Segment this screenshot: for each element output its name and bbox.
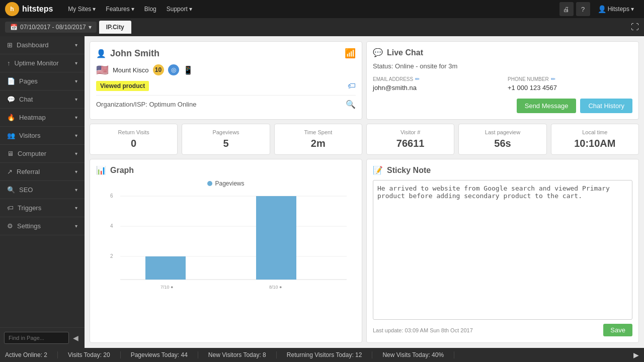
email-field: EMAIL ADDRESS ✏ john@smith.na xyxy=(373,76,498,92)
sidebar-item-settings[interactable]: ⚙Settings ▾ xyxy=(0,217,85,235)
chevron-down-icon: ▾ xyxy=(189,6,192,13)
sticky-icon: 📝 xyxy=(373,165,383,175)
ip-city-tab[interactable]: IP.City xyxy=(99,21,131,34)
pages-icon: 📄 xyxy=(7,77,15,85)
user-menu[interactable]: 👤 Hitsteps ▾ xyxy=(593,0,639,18)
pageviews-today-status: Pageviews Today: 44 xyxy=(121,351,198,358)
computer-icon: 🖥 xyxy=(7,150,14,157)
bar-1 xyxy=(145,256,186,280)
uptime-icon: ↑ xyxy=(7,59,11,67)
tag-icon: 🏷 xyxy=(348,81,356,90)
date-range-selector[interactable]: 📅 07/10/2017 - 08/10/2017 ▾ xyxy=(5,22,97,33)
sidebar-bottom: ◀ xyxy=(0,327,85,348)
print-button[interactable]: 🖨 xyxy=(559,2,574,16)
sidebar-item-seo[interactable]: 🔍SEO ▾ xyxy=(0,181,85,199)
time-spent-label: Time Spent xyxy=(280,129,357,135)
sidebar-collapse-button[interactable]: ◀ xyxy=(71,332,80,344)
main-wrapper: ⊞Dashboard ▾ ↑Uptime Monitor ▾ 📄Pages ▾ … xyxy=(0,36,644,348)
visitor-num-label: Visitor # xyxy=(372,129,449,135)
blog-link[interactable]: Blog xyxy=(139,0,162,18)
email-label: EMAIL ADDRESS ✏ xyxy=(373,76,498,82)
chevron-right-icon: ▾ xyxy=(75,115,77,120)
visits-today-status: Visits Today: 20 xyxy=(58,351,121,358)
x-label-2: 8/10 ● xyxy=(269,285,282,290)
contact-info-row: EMAIL ADDRESS ✏ john@smith.na PHONE NUMB… xyxy=(373,76,632,92)
sidebar-item-dashboard[interactable]: ⊞Dashboard ▾ xyxy=(0,36,85,54)
visitor-card: 👤 John Smith 📶 🇺🇸 Mount Kisco 10 ◎ 📱 Vie… xyxy=(90,41,362,120)
chevron-right-icon: ▾ xyxy=(75,151,77,156)
nav-right: 🖨 ? 👤 Hitsteps ▾ xyxy=(559,0,639,18)
pageviews-value: 5 xyxy=(187,138,264,149)
chevron-right-icon: ▾ xyxy=(75,78,77,84)
viewed-product-row: Viewed product 🏷 xyxy=(96,81,356,91)
city-label: Mount Kisco xyxy=(113,66,149,74)
main-content: 👤 John Smith 📶 🇺🇸 Mount Kisco 10 ◎ 📱 Vie… xyxy=(85,36,644,348)
phone-label: PHONE NUMBER ✏ xyxy=(508,76,632,82)
stat-pageviews: Pageviews 5 xyxy=(182,124,270,155)
dashboard-icon: ⊞ xyxy=(7,41,13,49)
visitor-name: 👤 John Smith xyxy=(96,48,159,59)
y-label-6: 6 xyxy=(110,193,113,199)
local-time-label: Local time xyxy=(556,129,633,135)
flag-icon: 🇺🇸 xyxy=(96,64,109,76)
new-visitors-status: New Visitors Today: 8 xyxy=(198,351,277,358)
graph-title: 📊 Graph xyxy=(96,165,356,175)
email-value: john@smith.na xyxy=(373,84,498,92)
logo-text: hitsteps xyxy=(22,5,53,14)
bar-2 xyxy=(256,196,296,280)
features-menu[interactable]: Features ▾ xyxy=(101,0,139,18)
sidebar-item-uptime-monitor[interactable]: ↑Uptime Monitor ▾ xyxy=(0,54,85,72)
sticky-textarea[interactable]: He arrived to website from Google search… xyxy=(373,180,632,320)
search-icon[interactable]: 🔍 xyxy=(346,100,356,109)
graph-icon: 📊 xyxy=(96,165,106,175)
seo-icon: 🔍 xyxy=(7,186,15,194)
sidebar-item-computer[interactable]: 🖥Computer ▾ xyxy=(0,145,85,163)
triggers-icon: 🏷 xyxy=(7,204,14,212)
stat-return-visits: Return Visits 0 xyxy=(90,124,178,155)
scroll-right-button[interactable]: ▶ xyxy=(633,351,639,359)
save-button[interactable]: Save xyxy=(603,324,632,336)
sticky-last-update: Last update: 03:09 AM Sun 8th Oct 2017 xyxy=(373,327,473,333)
pageviews-label: Pageviews xyxy=(187,129,264,135)
find-in-page-input[interactable] xyxy=(4,332,69,344)
livechat-card: 💬 Live Chat Status: Online - onsite for … xyxy=(366,41,639,120)
chat-icon: 💬 xyxy=(7,96,15,103)
org-text: Organization/ISP: Optimum Online xyxy=(96,101,196,108)
chevron-right-icon: ▾ xyxy=(75,97,77,102)
status-bar-right: ▶ xyxy=(633,351,639,359)
edit-phone-icon[interactable]: ✏ xyxy=(551,76,555,82)
y-label-2: 2 xyxy=(110,253,113,259)
chat-history-button[interactable]: Chat History xyxy=(580,99,632,113)
stat-time-spent: Time Spent 2m xyxy=(274,124,362,155)
phone-device-icon: 📱 xyxy=(183,65,193,75)
sidebar-item-visitors[interactable]: 👥Visitors ▾ xyxy=(0,127,85,145)
sidebar-item-pages[interactable]: 📄Pages ▾ xyxy=(0,72,85,90)
viewed-product-badge: Viewed product xyxy=(96,81,149,91)
sidebar-item-referral[interactable]: ↗Referral ▾ xyxy=(0,163,85,181)
chevron-right-icon: ▾ xyxy=(75,42,77,48)
support-menu[interactable]: Support ▾ xyxy=(162,0,197,18)
chat-bubble-icon: 💬 xyxy=(373,48,383,57)
fullscreen-button[interactable]: ⛶ xyxy=(631,23,639,32)
sidebar-item-triggers[interactable]: 🏷Triggers ▾ xyxy=(0,199,85,217)
sidebar-item-chat[interactable]: 💬Chat ▾ xyxy=(0,90,85,109)
help-button[interactable]: ? xyxy=(576,2,590,16)
user-icon: 👤 xyxy=(96,49,106,58)
stat-local-time: Local time 10:10AM xyxy=(551,124,639,155)
sticky-footer: Last update: 03:09 AM Sun 8th Oct 2017 S… xyxy=(373,324,632,336)
visitor-num-value: 76611 xyxy=(372,138,449,149)
new-visits-pct-status: New Visits Today: 40% xyxy=(372,351,454,358)
sidebar-item-heatmap[interactable]: 🔥Heatmap ▾ xyxy=(0,109,85,127)
chevron-down-icon: ▾ xyxy=(93,6,96,13)
pageview-badge: 10 xyxy=(153,64,164,75)
send-message-button[interactable]: Send Message xyxy=(517,99,577,113)
stat-last-pageview: Last pageview 56s xyxy=(458,124,546,155)
edit-email-icon[interactable]: ✏ xyxy=(415,76,420,82)
wifi-icon: 📶 xyxy=(345,48,356,59)
livechat-title: 💬 Live Chat xyxy=(373,48,632,57)
last-pageview-value: 56s xyxy=(464,138,541,149)
chevron-down-icon: ▾ xyxy=(131,6,134,13)
top-row: 👤 John Smith 📶 🇺🇸 Mount Kisco 10 ◎ 📱 Vie… xyxy=(90,41,639,120)
logo-icon: h xyxy=(5,2,19,16)
my-sites-menu[interactable]: My Sites ▾ xyxy=(63,0,101,18)
